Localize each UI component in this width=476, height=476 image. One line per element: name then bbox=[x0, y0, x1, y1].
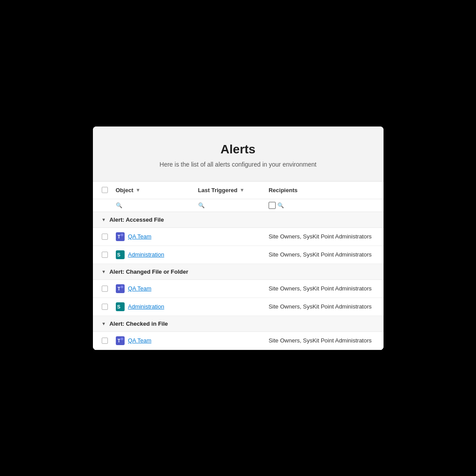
svg-point-12 bbox=[121, 338, 123, 340]
teams-icon: T bbox=[116, 284, 125, 293]
chevron-icon-group1[interactable]: ▼ bbox=[102, 217, 106, 222]
group-alert-checked-in-file: ▼ Alert: Checked in File bbox=[93, 316, 384, 332]
svg-text:S: S bbox=[117, 304, 120, 309]
group-label-3: Alert: Checked in File bbox=[109, 320, 168, 327]
group-alert-changed-file: ▼ Alert: Changed File or Folder bbox=[93, 264, 384, 280]
object-link-4[interactable]: Administration bbox=[128, 303, 164, 310]
page-subtitle: Here is the list of all alerts configure… bbox=[111, 161, 366, 168]
panel-header: Alerts Here is the list of all alerts co… bbox=[93, 126, 384, 182]
calendar-icon[interactable] bbox=[269, 202, 276, 209]
teams-icon: T bbox=[116, 336, 125, 345]
svg-text:T: T bbox=[118, 234, 120, 239]
table-row: T QA Team Site Owners, SysKit Point Admi… bbox=[93, 228, 384, 246]
main-panel: Alerts Here is the list of all alerts co… bbox=[93, 126, 384, 350]
recipients-col: Site Owners, SysKit Point Administrators bbox=[269, 233, 375, 240]
col-triggered-label: Last Triggered bbox=[198, 187, 238, 193]
col-recipients-label: Recipients bbox=[269, 187, 298, 193]
sharepoint-icon: S bbox=[116, 302, 125, 311]
row-checkbox[interactable] bbox=[102, 338, 108, 344]
svg-text:T: T bbox=[118, 338, 120, 343]
chevron-icon-group3[interactable]: ▼ bbox=[102, 321, 106, 326]
chevron-icon-group2[interactable]: ▼ bbox=[102, 269, 106, 274]
teams-icon: T bbox=[116, 232, 125, 241]
sharepoint-icon: S bbox=[116, 250, 125, 259]
select-all-checkbox[interactable] bbox=[102, 187, 108, 193]
object-col: T QA Team bbox=[116, 336, 198, 345]
svg-text:S: S bbox=[117, 252, 120, 257]
object-col: T QA Team bbox=[116, 284, 198, 293]
search-recipients-cell: 🔍 bbox=[269, 202, 375, 209]
recipients-col: Site Owners, SysKit Point Administrators bbox=[269, 303, 375, 310]
search-icon-object: 🔍 bbox=[116, 202, 122, 208]
search-icon-triggered: 🔍 bbox=[198, 202, 205, 208]
object-link-1[interactable]: QA Team bbox=[128, 233, 151, 240]
object-col: S Administration bbox=[116, 302, 198, 311]
object-col: S Administration bbox=[116, 250, 198, 259]
table-row: T QA Team Site Owners, SysKit Point Admi… bbox=[93, 332, 384, 350]
svg-text:T: T bbox=[118, 286, 120, 291]
search-row: 🔍 🔍 🔍 bbox=[93, 199, 384, 212]
search-icon-recipients: 🔍 bbox=[277, 202, 284, 208]
recipients-col: Site Owners, SysKit Point Administrators bbox=[269, 251, 375, 258]
search-object-cell: 🔍 bbox=[102, 202, 198, 208]
svg-point-7 bbox=[121, 286, 123, 288]
recipients-col: Site Owners, SysKit Point Administrators bbox=[269, 337, 375, 344]
object-link-3[interactable]: QA Team bbox=[128, 285, 151, 292]
search-triggered-cell: 🔍 bbox=[198, 202, 269, 208]
svg-point-2 bbox=[121, 234, 123, 236]
table-row: S Administration Site Owners, SysKit Poi… bbox=[93, 298, 384, 316]
filter-icon-triggered[interactable]: ▼ bbox=[240, 187, 244, 193]
group-label-2: Alert: Changed File or Folder bbox=[109, 268, 188, 275]
table-row: S Administration Site Owners, SysKit Poi… bbox=[93, 246, 384, 264]
col-header-triggered[interactable]: Last Triggered ▼ bbox=[198, 187, 269, 193]
filter-icon-object[interactable]: ▼ bbox=[136, 187, 140, 193]
row-checkbox[interactable] bbox=[102, 252, 108, 258]
table-header: Object ▼ Last Triggered ▼ Recipients bbox=[93, 182, 384, 199]
recipients-col: Site Owners, SysKit Point Administrators bbox=[269, 285, 375, 292]
object-link-2[interactable]: Administration bbox=[128, 251, 164, 258]
row-checkbox[interactable] bbox=[102, 304, 108, 310]
page-title: Alerts bbox=[111, 142, 366, 156]
col-object-label: Object bbox=[116, 187, 133, 193]
group-alert-accessed-file: ▼ Alert: Accessed File bbox=[93, 212, 384, 228]
col-header-recipients: Recipients bbox=[269, 187, 375, 193]
object-link-5[interactable]: QA Team bbox=[128, 337, 151, 344]
alerts-table: Object ▼ Last Triggered ▼ Recipients 🔍 🔍… bbox=[93, 182, 384, 350]
object-col: T QA Team bbox=[116, 232, 198, 241]
row-checkbox[interactable] bbox=[102, 234, 108, 240]
row-checkbox[interactable] bbox=[102, 286, 108, 292]
group-label-1: Alert: Accessed File bbox=[109, 216, 164, 223]
table-row: T QA Team Site Owners, SysKit Point Admi… bbox=[93, 280, 384, 298]
col-header-object[interactable]: Object ▼ bbox=[116, 187, 198, 193]
